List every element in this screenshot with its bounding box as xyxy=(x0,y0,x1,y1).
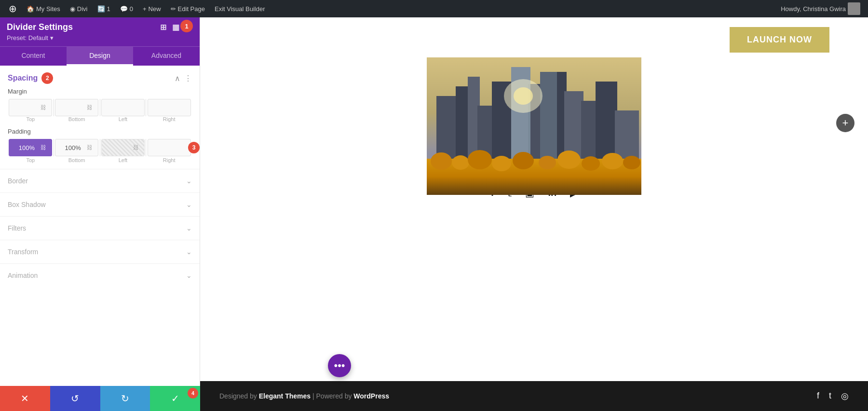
margin-right-group: Right xyxy=(146,99,192,122)
filters-header[interactable]: Filters ⌄ xyxy=(8,217,192,240)
admin-bar-exit-builder[interactable]: Exit Visual Builder xyxy=(210,0,270,17)
margin-left-input-wrap[interactable] xyxy=(101,99,145,116)
save-button[interactable]: ✓ 4 xyxy=(150,386,200,411)
padding-top-group: ⛓ Top xyxy=(8,139,54,163)
admin-bar: ⊕ 🏠 My Sites ◉ Divi 🔄 1 💬 0 + New ✏ Edit… xyxy=(0,0,868,17)
padding-top-input[interactable] xyxy=(14,144,39,151)
avatar xyxy=(848,2,860,15)
panel-title-row: Divider Settings ⊞ ▦ ⋮ 1 xyxy=(7,22,193,32)
spacing-more-icon[interactable]: ⋮ xyxy=(184,74,192,83)
filters-chevron-icon: ⌄ xyxy=(186,224,192,232)
border-chevron-icon: ⌄ xyxy=(186,177,192,185)
margin-bottom-input[interactable] xyxy=(61,104,85,111)
tab-content[interactable]: Content xyxy=(0,47,67,66)
cancel-button[interactable]: ✕ xyxy=(0,386,50,411)
wordpress-link[interactable]: WordPress xyxy=(353,392,389,400)
padding-bottom-link-icon[interactable]: ⛓ xyxy=(87,144,93,151)
step-badge-1: 1 xyxy=(180,20,193,32)
svg-point-25 xyxy=(623,156,640,169)
padding-bottom-group: ⛓ Bottom xyxy=(54,139,100,163)
padding-left-group: ⛓ Left xyxy=(100,139,146,163)
animation-section: Animation ⌄ xyxy=(0,263,200,287)
padding-link-icon[interactable]: ⛓ xyxy=(41,144,46,151)
svg-point-19 xyxy=(492,156,511,171)
grid-icon[interactable]: ▦ xyxy=(172,23,179,32)
filters-title: Filters xyxy=(8,224,26,232)
margin-bottom-link-icon[interactable]: ⛓ xyxy=(87,104,93,111)
transform-chevron-icon: ⌄ xyxy=(186,248,192,256)
svg-point-17 xyxy=(452,155,469,170)
admin-bar-user: Howdy, Christina Gwira xyxy=(781,2,864,15)
padding-bottom-input-wrap[interactable]: ⛓ xyxy=(55,139,98,156)
fab-button[interactable]: ••• xyxy=(328,354,351,377)
launch-now-button[interactable]: LAUNCH NOW xyxy=(730,27,829,53)
padding-left-input[interactable] xyxy=(107,144,131,151)
divi-icon: ◉ xyxy=(70,5,75,13)
panel-title-icons: ⊞ ▦ ⋮ 1 xyxy=(160,23,193,32)
margin-left-input[interactable] xyxy=(111,104,135,111)
footer-socials: f t ◎ xyxy=(817,391,849,401)
padding-left-input-wrap[interactable]: ⛓ xyxy=(101,139,145,156)
transform-header[interactable]: Transform ⌄ xyxy=(8,240,192,263)
margin-bottom-input-wrap[interactable]: ⛓ xyxy=(55,99,98,116)
padding-label: Padding xyxy=(8,128,192,135)
admin-bar-comments[interactable]: 💬 0 xyxy=(115,0,138,17)
footer-ig-icon[interactable]: ◎ xyxy=(841,391,849,401)
admin-bar-divi[interactable]: ◉ Divi xyxy=(65,0,93,17)
border-header[interactable]: Border ⌄ xyxy=(8,169,192,192)
footer-fb-icon[interactable]: f xyxy=(817,391,819,401)
panel-preset[interactable]: Preset: Default ▾ xyxy=(7,32,193,46)
margin-right-input-wrap[interactable] xyxy=(148,99,191,116)
padding-top-label: Top xyxy=(27,157,35,163)
margin-top-link-icon[interactable]: ⛓ xyxy=(41,104,46,111)
spacing-section-header: Spacing 2 ∧ ⋮ xyxy=(0,66,200,88)
collapse-icon[interactable]: ∧ xyxy=(175,74,180,83)
padding-right-group: Right xyxy=(146,139,192,163)
admin-bar-mysites[interactable]: 🏠 My Sites xyxy=(22,0,65,17)
margin-top-group: ⛓ Top xyxy=(8,99,54,122)
margin-right-input[interactable] xyxy=(157,104,181,111)
svg-point-23 xyxy=(582,156,600,171)
padding-right-label: Right xyxy=(163,157,176,163)
svg-point-24 xyxy=(602,153,623,169)
padding-right-input-wrap[interactable] xyxy=(148,139,191,156)
admin-bar-new[interactable]: + New xyxy=(138,0,166,17)
spacing-title: Spacing 2 xyxy=(8,72,53,84)
city-svg xyxy=(427,57,641,195)
box-shadow-header[interactable]: Box Shadow ⌄ xyxy=(8,193,192,216)
margin-left-label: Left xyxy=(119,116,127,122)
padding-left-link-icon[interactable]: ⛓ xyxy=(133,144,139,151)
margin-left-group: Left xyxy=(100,99,146,122)
admin-bar-updates[interactable]: 🔄 1 xyxy=(93,0,115,17)
undo-button[interactable]: ↺ xyxy=(50,386,100,411)
padding-top-input-wrap[interactable]: ⛓ xyxy=(9,139,52,156)
margin-label: Margin xyxy=(8,88,192,95)
add-button[interactable]: + xyxy=(836,114,854,132)
wp-logo-icon[interactable]: ⊕ xyxy=(4,3,22,14)
responsive-icon[interactable]: ⊞ xyxy=(160,23,166,32)
footer-tw-icon[interactable]: t xyxy=(829,391,831,401)
panel-body: Spacing 2 ∧ ⋮ Margin ⛓ Top xyxy=(0,66,200,411)
step-badge-2: 2 xyxy=(41,72,53,84)
margin-top-label: Top xyxy=(27,116,35,122)
padding-right-input[interactable] xyxy=(157,144,181,151)
main-content: LAUNCH NOW xyxy=(200,17,868,411)
padding-inputs-row: ⛓ Top ⛓ Bottom 3 xyxy=(8,139,192,163)
padding-bottom-input[interactable] xyxy=(61,144,85,151)
elegant-themes-link[interactable]: Elegant Themes xyxy=(259,392,311,400)
margin-top-input-wrap[interactable]: ⛓ xyxy=(9,99,52,116)
border-section: Border ⌄ xyxy=(0,169,200,192)
admin-bar-edit-page[interactable]: ✏ Edit Page xyxy=(166,0,210,17)
tab-design[interactable]: Design xyxy=(67,47,133,66)
transform-section: Transform ⌄ xyxy=(0,240,200,263)
box-shadow-title: Box Shadow xyxy=(8,201,46,208)
comments-icon: 💬 xyxy=(120,5,128,13)
spacing-controls: ∧ ⋮ xyxy=(175,74,192,83)
animation-header[interactable]: Animation ⌄ xyxy=(8,264,192,287)
step-badge-3: 3 xyxy=(188,142,200,153)
margin-bottom-label: Bottom xyxy=(68,116,85,122)
step-badge-4: 4 xyxy=(188,388,198,398)
tab-advanced[interactable]: Advanced xyxy=(133,47,200,66)
margin-top-input[interactable] xyxy=(14,104,39,111)
redo-button[interactable]: ↻ xyxy=(100,386,150,411)
